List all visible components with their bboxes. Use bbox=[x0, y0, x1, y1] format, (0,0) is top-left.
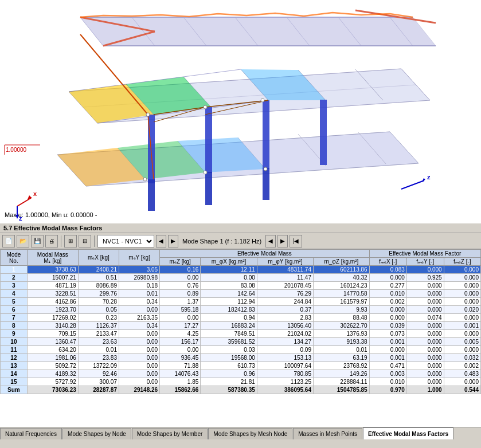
tab-mode-shapes-member[interactable]: Mode Shapes by Member bbox=[132, 428, 208, 439]
table-cell: 936.45 bbox=[160, 354, 201, 362]
tab-mode-shapes-node[interactable]: Mode Shapes by Node bbox=[62, 428, 131, 439]
table-row[interactable]: 215007.210.5126980.980.000.0011.4740.320… bbox=[1, 274, 481, 282]
table-row[interactable]: 121981.0623.830.00936.4519568.00153.1363… bbox=[1, 354, 481, 362]
table-cell: 0.51 bbox=[78, 274, 119, 282]
table-cell: 7849.51 bbox=[201, 330, 257, 338]
table-cell: 0.000 bbox=[444, 282, 480, 290]
table-row[interactable]: 54162.8670.280.341.37112.94244.84161579.… bbox=[1, 298, 481, 306]
table-row[interactable]: 83140.281126.370.3417.2716883.2413056.40… bbox=[1, 322, 481, 330]
svg-rect-49 bbox=[320, 100, 327, 165]
table-cell: 0.010 bbox=[369, 290, 406, 298]
col-header-fmey: fₘₑY [-] bbox=[406, 258, 444, 266]
table-cell: 0.000 bbox=[444, 330, 480, 338]
table-cell: 40.32 bbox=[313, 274, 369, 282]
next-btn[interactable]: ▶ bbox=[168, 235, 178, 247]
table-row[interactable]: 155727.92300.070.001.8521.811123.2522888… bbox=[1, 378, 481, 386]
prev-mode-btn[interactable]: ◀ bbox=[265, 235, 276, 247]
table-cell: 1360.47 bbox=[27, 338, 78, 346]
table-row[interactable]: 13738.632408.213.050.1612.1148311.746021… bbox=[1, 266, 481, 274]
table-cell: 1.85 bbox=[160, 378, 201, 386]
table-row[interactable]: 144189.3292.460.0014076.430.96780.85149.… bbox=[1, 370, 481, 378]
table-cell: 0.005 bbox=[444, 338, 480, 346]
table-row[interactable]: 61923.700.050.00595.18182412.830.379.930… bbox=[1, 306, 481, 314]
toolbar-btn-1[interactable]: 📄 bbox=[2, 235, 15, 247]
table-cell: 0.01 bbox=[119, 290, 159, 298]
toolbar-extra-btn[interactable]: |◀ bbox=[290, 235, 302, 247]
table-row[interactable]: 11634.200.010.000.000.030.090.010.0000.0… bbox=[1, 346, 481, 354]
table-cell: 3140.28 bbox=[27, 322, 78, 330]
table-cell: 0.471 bbox=[369, 362, 406, 370]
tab-masses-mesh-points[interactable]: Masses in Mesh Points bbox=[293, 428, 362, 439]
col-header-mez: mₑZ [kg] bbox=[160, 258, 201, 266]
toolbar-btn-5[interactable]: ⊞ bbox=[64, 235, 77, 247]
svg-point-60 bbox=[261, 99, 264, 102]
toolbar-btn-6[interactable]: ⊟ bbox=[79, 235, 91, 247]
tab-effective-modal[interactable]: Effective Modal Mass Factors bbox=[363, 427, 453, 439]
table-cell: 0.00 bbox=[119, 338, 159, 346]
table-cell: 0.00 bbox=[119, 362, 159, 370]
table-cell: 8086.89 bbox=[78, 282, 119, 290]
table-cell: 153.13 bbox=[257, 354, 313, 362]
toolbar-btn-4[interactable]: 🖨 bbox=[45, 235, 58, 247]
table-row[interactable]: 135092.7213722.090.0071.88610.73100097.6… bbox=[1, 362, 481, 370]
table-cell: 0.925 bbox=[406, 274, 444, 282]
table-cell: 0.00 bbox=[160, 274, 201, 282]
table-cell: 0.000 bbox=[406, 298, 444, 306]
table-cell: 11.47 bbox=[257, 274, 313, 282]
table-cell: 23.83 bbox=[78, 354, 119, 362]
table-cell: 0.544 bbox=[444, 386, 480, 394]
table-row[interactable]: 34871.198086.890.180.7683.08201078.45160… bbox=[1, 282, 481, 290]
table-cell: 29148.26 bbox=[119, 386, 159, 394]
nvc-dropdown[interactable]: NVC1 - NVC1 bbox=[97, 235, 154, 247]
table-cell: 0.083 bbox=[369, 266, 406, 274]
table-row[interactable]: 9709.152133.470.004.257849.5121024.02137… bbox=[1, 330, 481, 338]
table-cell: 1 bbox=[1, 266, 28, 274]
table-cell: 9.93 bbox=[313, 306, 369, 314]
table-cell: 4871.19 bbox=[27, 282, 78, 290]
table-cell: 23.63 bbox=[78, 338, 119, 346]
table-cell: 0.00 bbox=[119, 354, 159, 362]
col-header-mphiy: m_φY [kg.m²] bbox=[257, 258, 313, 266]
table-cell: 0.37 bbox=[257, 306, 313, 314]
prev-btn[interactable]: ◀ bbox=[156, 235, 166, 247]
table-row[interactable]: 43228.51299.760.010.89142.6476.2914770.5… bbox=[1, 290, 481, 298]
table-cell: 8 bbox=[1, 322, 28, 330]
table-cell: 587380.35 bbox=[201, 386, 257, 394]
table-cell: 0.001 bbox=[369, 338, 406, 346]
table-cell: 0.00 bbox=[160, 314, 201, 322]
table-cell: 0.000 bbox=[406, 290, 444, 298]
table-cell: 0.000 bbox=[444, 378, 480, 386]
svg-text:z: z bbox=[427, 174, 431, 180]
table-row[interactable]: 101360.4723.630.00156.17359681.52134.279… bbox=[1, 338, 481, 346]
col-header-mode: ModeNo. bbox=[1, 250, 28, 266]
table-cell: 4 bbox=[1, 290, 28, 298]
table-cell: 17.27 bbox=[160, 322, 201, 330]
table-row[interactable]: Sum73036.2328287.8729148.2615862.6658738… bbox=[1, 386, 481, 394]
table-cell: 0.483 bbox=[444, 370, 480, 378]
table-cell: 0.000 bbox=[406, 266, 444, 274]
svg-rect-45 bbox=[205, 107, 212, 173]
table-cell: 0.277 bbox=[369, 282, 406, 290]
table-cell: 0.000 bbox=[406, 378, 444, 386]
table-cell: 160124.23 bbox=[313, 282, 369, 290]
next-mode-btn[interactable]: ▶ bbox=[277, 235, 288, 247]
table-cell: 780.85 bbox=[257, 370, 313, 378]
table-cell: 2.83 bbox=[257, 314, 313, 322]
table-cell: 83.08 bbox=[201, 282, 257, 290]
table-cell: 4.25 bbox=[160, 330, 201, 338]
table-cell: 1981.06 bbox=[27, 354, 78, 362]
tab-natural-frequencies[interactable]: Natural Frequencies bbox=[0, 428, 62, 439]
table-cell: 0.000 bbox=[444, 314, 480, 322]
col-header-mphix: m_φX [kg.m²] bbox=[201, 258, 257, 266]
table-cell: 0.000 bbox=[406, 282, 444, 290]
toolbar-btn-3[interactable]: 💾 bbox=[31, 235, 44, 247]
table-cell: 3.05 bbox=[119, 266, 159, 274]
tab-mode-shapes-mesh-node[interactable]: Mode Shapes by Mesh Node bbox=[208, 428, 292, 439]
data-table: ModeNo. Modal MassM₁ [kg] mₑX [kg] mₑY [… bbox=[0, 249, 481, 394]
separator-2 bbox=[94, 235, 95, 247]
table-row[interactable]: 717269.020.232163.350.000.942.8388.480.0… bbox=[1, 314, 481, 322]
svg-rect-47 bbox=[263, 100, 269, 169]
table-cell: 70.28 bbox=[78, 298, 119, 306]
toolbar-btn-2[interactable]: 📂 bbox=[17, 235, 29, 247]
table-cell: 0.96 bbox=[201, 370, 257, 378]
